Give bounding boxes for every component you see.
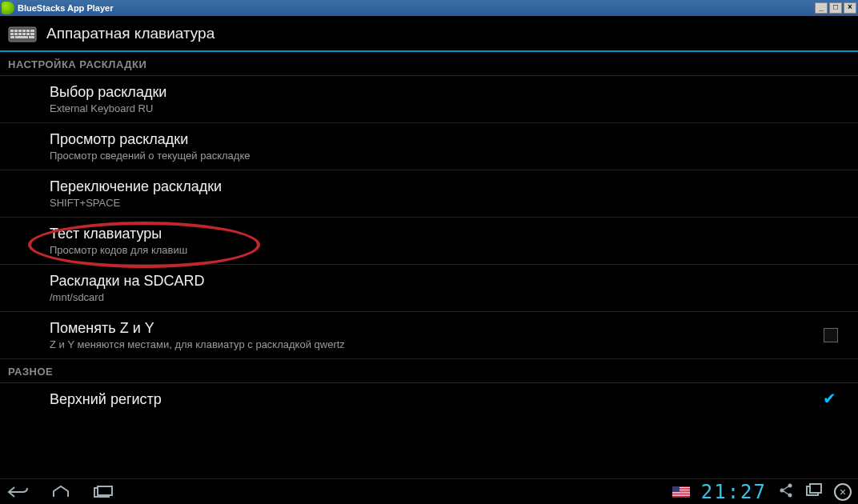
minimize-button[interactable]: _ [815,2,828,14]
windows-icon [805,482,823,498]
exit-button[interactable]: × [834,483,852,501]
page-title: Аппаратная клавиатура [46,25,214,42]
item-switch-layout[interactable]: Переключение раскладки SHIFT+SPACE [0,170,858,218]
item-subtitle: Просмотр сведений о текущей раскладке [50,150,847,162]
svg-rect-9 [18,33,22,35]
svg-rect-4 [22,30,26,32]
svg-rect-14 [15,36,28,38]
share-button[interactable] [778,482,794,502]
item-title: Поменять Z и Y [50,320,815,337]
item-subtitle: /mnt/sdcard [50,291,847,303]
item-sdcard-layouts[interactable]: Раскладки на SDCARD /mnt/sdcard [0,265,858,312]
svg-rect-10 [22,33,26,35]
svg-line-21 [784,486,788,490]
svg-rect-11 [26,33,30,35]
svg-point-18 [788,483,792,487]
flag-us-icon[interactable] [672,486,690,498]
settings-content: НАСТРОЙКА РАСКЛАДКИ Выбор раскладки Exte… [0,52,858,478]
svg-rect-8 [14,33,18,35]
svg-point-20 [788,493,792,497]
window-title: BlueStacks App Player [18,3,113,13]
svg-rect-5 [26,30,30,32]
window-titlebar: BlueStacks App Player _ □ × [0,0,858,16]
svg-rect-15 [29,36,34,38]
item-title: Тест клавиатуры [50,226,847,242]
close-button[interactable]: × [844,2,856,14]
svg-rect-1 [10,30,14,32]
back-button[interactable] [6,485,29,499]
item-title: Выбор раскладки [50,84,847,101]
item-title: Переключение раскладки [50,178,847,195]
item-keyboard-test[interactable]: Тест клавиатуры Просмотр кодов для клави… [0,218,858,265]
system-navbar: 21:27 × [0,478,858,504]
item-subtitle: SHIFT+SPACE [50,197,847,209]
svg-rect-7 [10,33,14,35]
status-clock: 21:27 [701,481,767,503]
item-choose-layout[interactable]: Выбор раскладки External Keyboard RU [0,76,858,123]
svg-rect-13 [10,36,14,38]
bluestacks-logo-icon [2,2,14,14]
item-title: Просмотр раскладки [50,131,847,148]
section-header-layout: НАСТРОЙКА РАСКЛАДКИ [0,52,858,76]
item-subtitle: Просмотр кодов для клавиш [50,244,847,256]
svg-line-22 [784,491,788,494]
item-title: Раскладки на SDCARD [50,273,847,290]
svg-rect-3 [18,30,22,32]
recents-button[interactable] [93,485,114,499]
home-button[interactable] [51,485,70,499]
fullscreen-button[interactable] [805,482,823,502]
svg-point-19 [780,488,784,492]
svg-rect-12 [30,33,34,35]
share-icon [778,482,794,498]
app-header: Аппаратная клавиатура [0,16,858,52]
svg-rect-17 [98,486,112,495]
svg-rect-24 [810,484,821,493]
close-x-icon: × [840,486,846,498]
item-subtitle: External Keyboard RU [50,102,847,114]
item-swap-zy[interactable]: Поменять Z и Y Z и Y меняются местами, д… [0,312,858,359]
home-icon [51,485,70,499]
section-header-misc: РАЗНОЕ [0,359,858,383]
uppercase-checkbox-checked[interactable] [823,392,839,408]
item-subtitle: Z и Y меняются местами, для клавиатур с … [50,338,815,350]
item-title: Верхний регистр [50,391,815,408]
keyboard-icon [8,25,37,42]
svg-rect-2 [14,30,18,32]
item-uppercase[interactable]: Верхний регистр [0,383,858,416]
item-view-layout[interactable]: Просмотр раскладки Просмотр сведений о т… [0,123,858,170]
svg-rect-6 [30,30,34,32]
maximize-button[interactable]: □ [829,2,842,14]
recents-icon [93,485,114,499]
swap-zy-checkbox[interactable] [824,328,838,342]
back-icon [6,485,29,499]
